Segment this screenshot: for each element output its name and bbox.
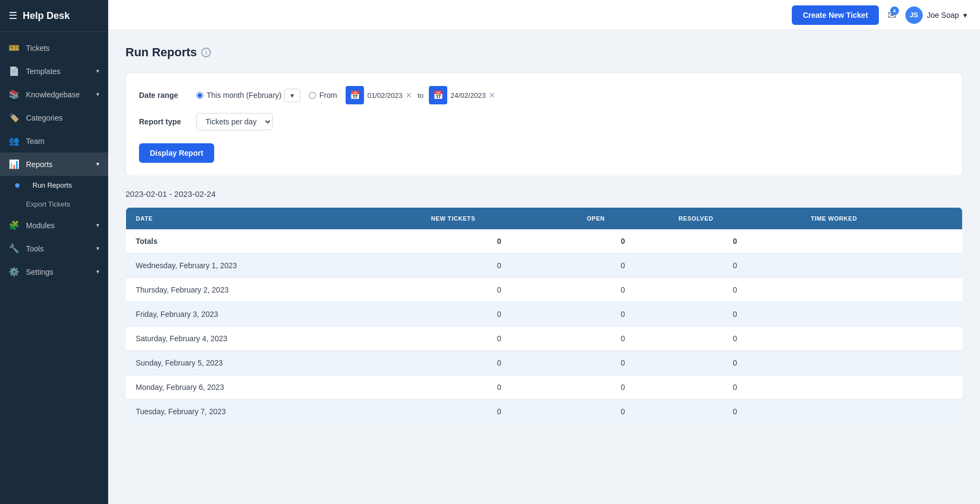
sidebar-item-label: Categories [26, 114, 63, 122]
table-row: Friday, February 3, 2023 0 0 0 [126, 302, 963, 327]
radio-this-month-input[interactable] [196, 92, 203, 99]
sidebar-item-label: Knowledgebase [26, 90, 80, 99]
from-date-value: 01/02/2023 [367, 91, 402, 100]
table-row: Wednesday, February 1, 2023 0 0 0 [126, 254, 963, 278]
sidebar-item-reports[interactable]: 📊 Reports ▾ [0, 152, 108, 176]
sidebar-item-label: Tools [26, 244, 44, 253]
user-chevron-icon: ▾ [963, 11, 967, 19]
row-open: 0 [577, 400, 669, 424]
to-label: to [418, 91, 423, 100]
team-icon: 👥 [9, 136, 19, 146]
table-row: Sunday, February 5, 2023 0 0 0 [126, 351, 963, 375]
totals-label: Totals [126, 229, 421, 254]
knowledgebase-icon: 📚 [9, 89, 19, 100]
templates-icon: 📄 [9, 66, 19, 76]
table-row: Thursday, February 2, 2023 0 0 0 [126, 278, 963, 302]
table-body: Totals 0 0 0 Wednesday, February 1, 2023… [126, 229, 963, 424]
month-dropdown[interactable]: ▾ [284, 89, 300, 102]
chevron-down-icon: ▾ [96, 91, 100, 98]
page-title-area: Run Reports i [125, 45, 963, 59]
table-header-row: DATE NEW TICKETS OPEN RESOLVED TIME WORK… [126, 208, 963, 230]
from-date-clear-button[interactable]: ✕ [406, 91, 412, 100]
row-date: Sunday, February 5, 2023 [126, 351, 421, 375]
user-menu-button[interactable]: JS Joe Soap ▾ [905, 6, 967, 24]
main-content: Run Reports i Date range This month (Feb… [108, 30, 980, 504]
from-calendar-button[interactable]: 📅 [346, 86, 364, 104]
row-time-worked [801, 254, 962, 278]
row-open: 0 [577, 327, 669, 351]
row-date: Tuesday, February 7, 2023 [126, 400, 421, 424]
row-open: 0 [577, 351, 669, 375]
sidebar-item-settings[interactable]: ⚙️ Settings ▾ [0, 260, 108, 283]
sidebar-item-templates[interactable]: 📄 Templates ▾ [0, 59, 108, 83]
table-row: Monday, February 6, 2023 0 0 0 [126, 375, 963, 400]
row-time-worked [801, 351, 962, 375]
radio-this-month[interactable]: This month (February) ▾ [196, 89, 300, 102]
sidebar-item-knowledgebase[interactable]: 📚 Knowledgebase ▾ [0, 83, 108, 106]
sidebar-item-modules[interactable]: 🧩 Modules ▾ [0, 214, 108, 237]
row-open: 0 [577, 302, 669, 327]
col-resolved: RESOLVED [669, 208, 802, 230]
app-logo: Help Desk [23, 10, 70, 22]
report-type-select[interactable]: Tickets per day [196, 113, 273, 130]
tickets-icon: 🎫 [9, 43, 19, 53]
settings-icon: ⚙️ [9, 267, 19, 277]
totals-open: 0 [577, 229, 669, 254]
date-range-row: Date range This month (February) ▾ From [139, 86, 949, 104]
radio-from-label: From [319, 91, 337, 100]
sidebar-sub-item-export-tickets[interactable]: Export Tickets [0, 195, 108, 214]
row-date: Wednesday, February 1, 2023 [126, 254, 421, 278]
row-open: 0 [577, 254, 669, 278]
sidebar-item-categories[interactable]: 🏷️ Categories [0, 106, 108, 129]
totals-resolved: 0 [669, 229, 802, 254]
radio-this-month-label: This month (February) [207, 91, 281, 100]
radio-from-input[interactable] [309, 92, 316, 99]
notifications-button[interactable]: ✉ 4 [888, 9, 897, 22]
create-new-ticket-button[interactable]: Create New Ticket [792, 5, 878, 25]
chevron-down-icon: ▾ [96, 268, 100, 275]
to-date-wrap: 📅 24/02/2023 ✕ [429, 86, 495, 104]
categories-icon: 🏷️ [9, 112, 19, 123]
display-report-button[interactable]: Display Report [139, 143, 214, 163]
row-resolved: 0 [669, 254, 802, 278]
filters-area: Date range This month (February) ▾ From [125, 72, 963, 176]
chevron-down-icon: ▾ [96, 68, 100, 75]
sidebar-item-tickets[interactable]: 🎫 Tickets [0, 36, 108, 59]
date-range-group: 📅 01/02/2023 ✕ to 📅 24/02/2023 ✕ [346, 86, 495, 104]
col-open: OPEN [577, 208, 669, 230]
row-open: 0 [577, 375, 669, 400]
avatar: JS [905, 6, 923, 24]
row-time-worked [801, 302, 962, 327]
to-date-clear-button[interactable]: ✕ [489, 91, 495, 100]
row-resolved: 0 [669, 327, 802, 351]
to-calendar-button[interactable]: 📅 [429, 86, 447, 104]
totals-time-worked [801, 229, 962, 254]
info-icon[interactable]: i [201, 48, 211, 57]
row-date: Saturday, February 4, 2023 [126, 327, 421, 351]
row-resolved: 0 [669, 351, 802, 375]
row-resolved: 0 [669, 375, 802, 400]
sidebar-item-label: Reports [26, 160, 52, 169]
row-new-tickets: 0 [421, 327, 577, 351]
row-date: Monday, February 6, 2023 [126, 375, 421, 400]
top-header: Create New Ticket ✉ 4 JS Joe Soap ▾ [108, 0, 980, 30]
radio-from[interactable]: From [309, 91, 337, 100]
sidebar-nav: 🎫 Tickets 📄 Templates ▾ 📚 Knowledgebase … [0, 32, 108, 504]
row-new-tickets: 0 [421, 302, 577, 327]
row-date: Thursday, February 2, 2023 [126, 278, 421, 302]
col-new-tickets: NEW TICKETS [421, 208, 577, 230]
sidebar-item-tools[interactable]: 🔧 Tools ▾ [0, 237, 108, 260]
row-date: Friday, February 3, 2023 [126, 302, 421, 327]
active-dot [15, 183, 19, 188]
to-date-value: 24/02/2023 [451, 91, 486, 100]
sidebar-item-team[interactable]: 👥 Team [0, 129, 108, 152]
table-row: Tuesday, February 7, 2023 0 0 0 [126, 400, 963, 424]
totals-new-tickets: 0 [421, 229, 577, 254]
notification-badge: 4 [890, 6, 899, 15]
menu-icon[interactable]: ☰ [9, 10, 17, 22]
report-type-row: Report type Tickets per day [139, 113, 949, 130]
row-new-tickets: 0 [421, 254, 577, 278]
row-open: 0 [577, 278, 669, 302]
sidebar-sub-item-run-reports[interactable]: Run Reports [0, 176, 108, 195]
report-type-label: Report type [139, 117, 188, 126]
